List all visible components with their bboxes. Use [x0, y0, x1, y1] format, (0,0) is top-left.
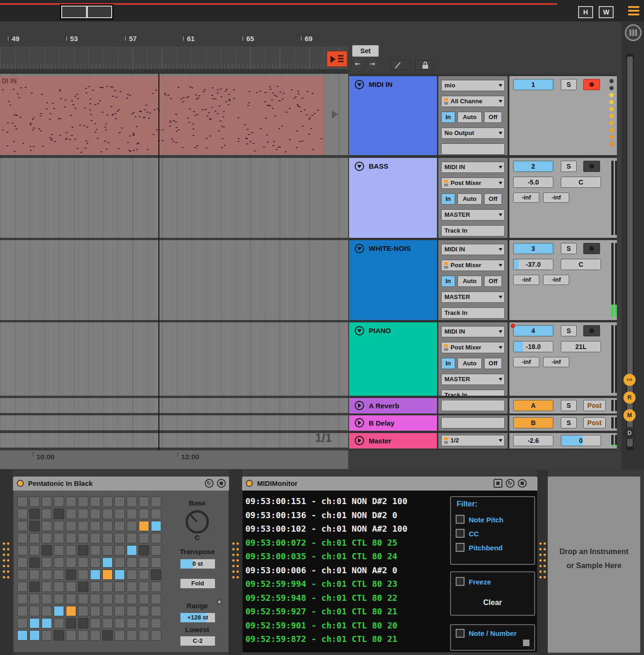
grid-cell[interactable] — [42, 545, 52, 555]
fold-button[interactable]: Fold — [180, 578, 215, 589]
grid-cell[interactable] — [17, 509, 28, 519]
io-routing-select[interactable]: MIDI IN — [441, 162, 505, 173]
io-routing-select[interactable]: MIDI IN — [441, 326, 505, 337]
monitor-off-button[interactable]: Off — [484, 276, 502, 287]
grid-cell[interactable] — [42, 497, 52, 507]
grid-cell[interactable] — [78, 557, 88, 568]
panel-toggle-i-o[interactable]: I-O — [623, 374, 636, 386]
grid-cell[interactable] — [54, 545, 64, 555]
track-header-piano[interactable]: PIANO — [349, 322, 437, 396]
io-routing-select[interactable]: mio — [441, 80, 505, 91]
monitor-off-button[interactable]: Off — [484, 112, 502, 123]
arrangement-overview[interactable]: H W — [0, 0, 644, 21]
hot-swap-icon[interactable]: ↻ — [205, 479, 214, 488]
grid-cell[interactable] — [54, 582, 64, 592]
grid-cell[interactable] — [139, 618, 149, 628]
arrangement-grid[interactable]: DI IN — [0, 74, 348, 450]
grid-cell[interactable] — [66, 570, 76, 580]
grid-cell[interactable] — [42, 521, 52, 531]
panel-toggle-r[interactable]: R — [623, 392, 636, 404]
volume-box[interactable]: -5.0 — [513, 177, 553, 188]
grid-cell[interactable] — [139, 582, 149, 592]
grid-cell[interactable] — [78, 618, 88, 628]
transpose-value-box[interactable]: 0 st — [180, 559, 215, 569]
grid-cell[interactable] — [42, 582, 52, 592]
track-fold-icon[interactable] — [355, 162, 364, 171]
grid-cell[interactable] — [29, 509, 40, 519]
hot-swap-icon[interactable]: ↻ — [506, 479, 515, 488]
grid-cell[interactable] — [42, 533, 52, 543]
optimize-height-button[interactable]: H — [578, 6, 593, 18]
grid-cell[interactable] — [102, 533, 113, 543]
grid-cell[interactable] — [102, 582, 113, 592]
grid-cell[interactable] — [127, 545, 137, 555]
grid-cell[interactable] — [90, 557, 100, 568]
time-ruler[interactable]: 10:0012:00 — [0, 450, 348, 469]
track-number-box[interactable]: 4 — [513, 325, 553, 336]
pan-box[interactable]: 21L — [561, 341, 601, 352]
io-routing-select[interactable]: Post Mixer — [441, 178, 505, 189]
set-locator-button[interactable]: Set — [352, 45, 379, 57]
grid-cell[interactable] — [90, 606, 100, 616]
grid-cell[interactable] — [102, 521, 113, 531]
previous-locator-button[interactable]: ← — [352, 59, 363, 69]
grid-cell[interactable] — [54, 606, 64, 616]
grid-cell[interactable] — [66, 606, 76, 616]
grid-cell[interactable] — [139, 521, 149, 531]
grid-cell[interactable] — [78, 630, 88, 641]
arm-record-button[interactable] — [583, 79, 600, 90]
grid-cell[interactable] — [151, 594, 161, 604]
float-window-icon[interactable] — [494, 479, 502, 488]
base-knob[interactable] — [186, 510, 209, 534]
grid-cell[interactable] — [54, 594, 64, 604]
grid-cell[interactable] — [139, 533, 149, 543]
grid-cell[interactable] — [151, 509, 161, 519]
grid-cell[interactable] — [127, 606, 137, 616]
grid-cell[interactable] — [127, 630, 137, 641]
grid-cell[interactable] — [42, 606, 52, 616]
grid-cell[interactable] — [78, 509, 88, 519]
grid-cell[interactable] — [127, 582, 137, 592]
grid-cell[interactable] — [151, 521, 161, 531]
note-pitch-checkbox[interactable] — [456, 515, 465, 524]
track-fold-icon[interactable] — [355, 326, 364, 335]
grid-cell[interactable] — [29, 521, 40, 531]
grid-cell[interactable] — [66, 582, 76, 592]
grid-cell[interactable] — [17, 521, 28, 531]
grid-cell[interactable] — [54, 570, 64, 580]
grid-cell[interactable] — [139, 630, 149, 641]
panel-toggle-m[interactable]: M — [623, 409, 636, 421]
grid-cell[interactable] — [54, 557, 64, 568]
io-routing-select[interactable]: No Output — [441, 128, 505, 139]
grid-cell[interactable] — [78, 606, 88, 616]
grid-cell[interactable] — [17, 618, 28, 628]
cc-checkbox[interactable] — [456, 529, 465, 538]
grid-cell[interactable] — [90, 521, 100, 531]
monitor-in-button[interactable]: In — [441, 193, 455, 205]
grid-cell[interactable] — [17, 497, 28, 507]
track-fold-icon[interactable] — [355, 401, 364, 410]
midi-clip[interactable]: DI IN — [0, 76, 324, 155]
overview-zoom-window[interactable] — [60, 4, 114, 20]
grid-cell[interactable] — [78, 570, 88, 580]
grid-cell[interactable] — [90, 545, 100, 555]
grid-cell[interactable] — [127, 509, 137, 519]
track-number-box[interactable]: 1 — [513, 79, 553, 90]
monitor-auto-button[interactable]: Auto — [458, 358, 482, 369]
io-routing-select[interactable]: MASTER — [441, 292, 505, 303]
grid-cell[interactable] — [17, 582, 28, 592]
grid-cell[interactable] — [29, 582, 40, 592]
grid-cell[interactable] — [17, 545, 28, 555]
grid-cell[interactable] — [66, 533, 76, 543]
grid-cell[interactable] — [78, 521, 88, 531]
grid-cell[interactable] — [102, 570, 113, 580]
bar-ruler[interactable]: 495357616569 — [0, 34, 348, 47]
track-fold-icon[interactable] — [355, 244, 364, 253]
cue-post-button[interactable]: Post — [583, 400, 606, 411]
grid-cell[interactable] — [29, 630, 40, 641]
device-drop-strip[interactable] — [229, 470, 242, 655]
track-fold-icon[interactable] — [355, 80, 364, 89]
grid-cell[interactable] — [114, 606, 125, 616]
grid-cell[interactable] — [139, 509, 149, 519]
grid-cell[interactable] — [42, 618, 52, 628]
